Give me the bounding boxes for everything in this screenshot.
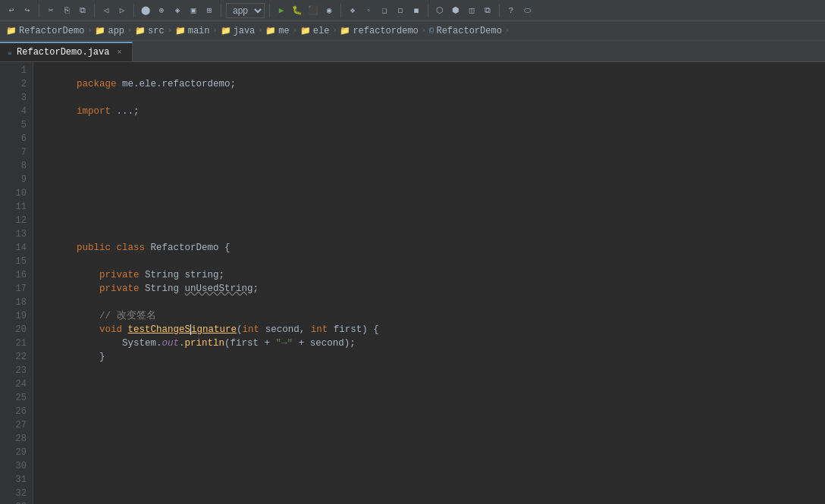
toolbar-icon-cut[interactable]: ✂ [44,4,58,17]
toolbar-icon-9[interactable]: ⊞ [202,4,216,17]
code-line-4 [42,105,825,118]
breadcrumb-main[interactable]: 📁 main [175,26,210,36]
toolbar-icon-11[interactable]: ◉ [322,4,336,17]
line-num-12: 12 [0,214,33,227]
code-line-32 [42,487,825,500]
toolbar-icon-forward[interactable]: ▷ [115,4,129,17]
line-num-17: 17 [0,282,33,296]
line-num-1: 1 [0,64,33,77]
toolbar-icon-7[interactable]: ◈ [171,4,184,17]
line-num-11: 11 [0,200,33,214]
code-line-31 [42,473,825,487]
line-num-30: 30 [0,459,33,473]
code-line-6 [42,132,825,146]
toolbar-sep-2 [94,4,95,17]
code-line-24 [42,377,825,391]
code-line-7 [42,146,825,159]
line-num-5: 5 [0,118,33,132]
line-num-31: 31 [0,473,33,487]
toolbar-icon-12[interactable]: ❖ [346,4,359,17]
toolbar-sep-6 [340,4,341,17]
toolbar-icon-21[interactable]: ⬭ [520,4,534,17]
breadcrumb-sep-5: › [258,27,262,35]
toolbar-sep-4 [221,4,221,17]
toolbar-icon-19[interactable]: ◫ [465,4,478,17]
code-line-1: package me.ele.refactordemo; [42,64,825,77]
java-folder-icon: 📁 [221,26,231,36]
toolbar-icon-18[interactable]: ⬢ [449,4,463,17]
breadcrumb-src-label: src [148,26,165,36]
line-num-18: 18 [0,296,33,309]
toolbar-icon-8[interactable]: ▣ [187,4,200,17]
tab-file-icon: ☕ [8,48,12,57]
breadcrumb-app-label: app [108,26,124,36]
project-folder-icon: 📁 [6,26,17,36]
toolbar-icon-10[interactable]: ⬛ [306,4,320,17]
line-num-27: 27 [0,418,33,432]
breadcrumb-sep-6: › [293,27,297,35]
toolbar-icon-1[interactable]: ↩ [5,4,18,17]
toolbar-icon-15[interactable]: ◻ [394,4,407,17]
code-line-15: private String string; [42,255,825,268]
tab-refactordemo[interactable]: ☕ RefactorDemo.java × [0,42,133,61]
code-line-26 [42,405,825,418]
toolbar-icon-back[interactable]: ◁ [99,4,113,17]
breadcrumb-class[interactable]: © RefactorDemo [429,26,502,36]
toolbar-icon-16[interactable]: ◼ [409,4,423,17]
breadcrumb-refactordemo-pkg-label: refactordemo [353,26,418,36]
toolbar-icon-paste[interactable]: ⧉ [76,4,89,17]
line-num-6: 6 [0,132,33,146]
toolbar-help-icon[interactable]: ? [504,4,518,17]
toolbar-icon-20[interactable]: ⧉ [481,4,494,17]
breadcrumb-ele[interactable]: 📁 ele [300,26,330,36]
toolbar-sep-7 [428,4,428,17]
toolbar-sep-5 [269,4,270,17]
breadcrumb-java-label: java [234,26,256,36]
breadcrumb-me[interactable]: 📁 me [265,26,289,36]
run-config-dropdown[interactable]: app [226,3,265,18]
breadcrumb-sep-4: › [213,27,218,35]
breadcrumb-app[interactable]: 📁 app [95,26,124,36]
line-num-19: 19 [0,309,33,323]
toolbar-icon-5[interactable]: ⬤ [139,4,152,17]
breadcrumb-project[interactable]: 📁 RefactorDemo [6,26,84,36]
toolbar: ↩ ↪ ✂ ⎘ ⧉ ◁ ▷ ⬤ ⊕ ◈ ▣ ⊞ app ▶ 🐛 ⬛ ◉ ❖ ◦ … [0,0,825,21]
toolbar-icon-2[interactable]: ↪ [20,4,34,17]
main-folder-icon: 📁 [175,26,186,36]
toolbar-icon-6[interactable]: ⊕ [155,4,168,17]
toolbar-run-icon[interactable]: ▶ [274,4,288,17]
toolbar-debug-icon[interactable]: 🐛 [290,4,304,17]
line-num-22: 22 [0,350,33,364]
breadcrumb-java[interactable]: 📁 java [221,26,256,36]
line-num-25: 25 [0,391,33,405]
line-num-26: 26 [0,405,33,418]
breadcrumb-main-label: main [188,26,210,36]
line-num-9: 9 [0,173,33,186]
code-line-5 [42,118,825,132]
line-num-3: 3 [0,91,33,105]
refactordemo-folder-icon: 📁 [340,26,350,36]
code-line-11 [42,200,825,214]
breadcrumb-chevron: › [505,27,510,35]
code-line-12 [42,214,825,227]
breadcrumb-project-label: RefactorDemo [19,26,84,36]
line-num-4: 4 [0,105,33,118]
breadcrumb-src[interactable]: 📁 src [135,26,165,36]
tab-close-button[interactable]: × [114,47,124,58]
breadcrumb-sep-2: › [127,27,132,35]
src-folder-icon: 📁 [135,26,146,36]
toolbar-icon-17[interactable]: ⬡ [433,4,447,17]
code-line-18: // 改变签名 [42,296,825,309]
line-num-20: 20 [0,323,33,337]
breadcrumb-sep-8: › [422,27,426,35]
line-num-10: 10 [0,186,33,200]
toolbar-icon-copy[interactable]: ⎘ [60,4,74,17]
me-folder-icon: 📁 [265,26,276,36]
toolbar-icon-13[interactable]: ◦ [362,4,375,17]
code-area[interactable]: package me.ele.refactordemo; import ...;… [33,62,825,504]
line-num-14: 14 [0,241,33,255]
toolbar-icon-14[interactable]: ❑ [378,4,391,17]
breadcrumb-refactordemo-pkg[interactable]: 📁 refactordemo [340,26,418,36]
line-num-13: 13 [0,227,33,241]
toolbar-sep-1 [39,4,39,17]
